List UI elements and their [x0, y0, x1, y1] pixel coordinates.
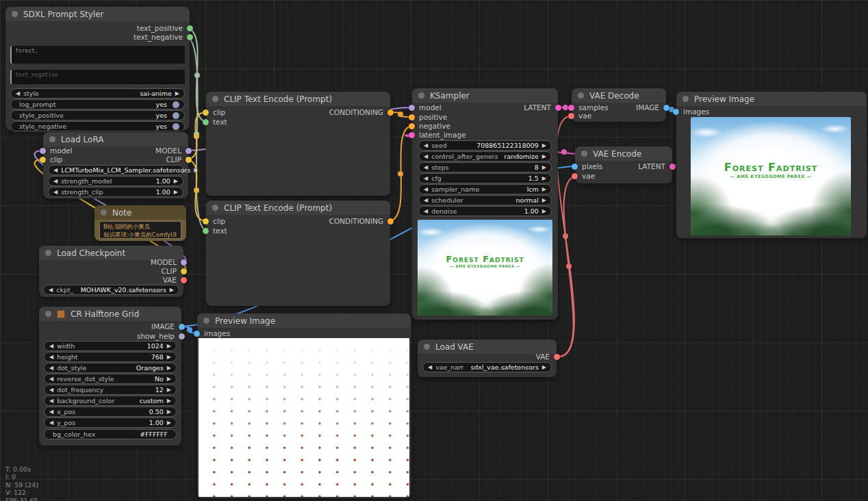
input-positive[interactable]: positive	[409, 112, 447, 122]
port-dot[interactable]	[203, 218, 209, 224]
arrow-left-icon[interactable]: ◀	[424, 209, 428, 214]
output-image[interactable]: IMAGE	[151, 322, 185, 331]
collapse-dot[interactable]	[212, 205, 218, 211]
arrow-left-icon[interactable]: ◀	[53, 168, 58, 173]
port-dot[interactable]	[179, 333, 185, 339]
widget-vae-name[interactable]: ◀ vae_name sdxl_vae.safetensors ▶	[422, 362, 552, 372]
node-title-bar[interactable]: CLIP Text Encode (Prompt)	[206, 92, 390, 106]
arrow-right-icon[interactable]: ▶	[194, 168, 198, 173]
node-title-bar[interactable]: VAE Decode	[572, 88, 666, 103]
output-vae[interactable]: VAE	[163, 275, 187, 285]
arrow-right-icon[interactable]: ▶	[542, 187, 546, 192]
node-load-checkpoint[interactable]: Load Checkpoint MODEL CLIP VAE ◀ ckpt_na…	[39, 246, 183, 297]
widget-sampler-name[interactable]: ◀ sampler_name lcm ▶	[418, 184, 552, 194]
widget-y-pos[interactable]: ◀ y_pos 1.00 ▶	[44, 418, 177, 428]
collapse-dot[interactable]	[12, 11, 18, 17]
node-preview-image-1[interactable]: Preview Image images Forest Fadtrist — A…	[676, 92, 867, 238]
widget-x-pos[interactable]: ◀ x_pos 0.50 ▶	[44, 407, 177, 417]
widget-style-negative[interactable]: style_negative yes	[10, 121, 185, 131]
widget-control-after-generate[interactable]: ◀ control_after_generate randomize ▶	[418, 151, 552, 162]
port-dot[interactable]	[409, 132, 415, 138]
node-clip-text-encode-1[interactable]: CLIP Text Encode (Prompt) clip text COND…	[206, 92, 390, 196]
arrow-left-icon[interactable]: ◀	[49, 344, 53, 349]
arrow-left-icon[interactable]: ◀	[53, 190, 58, 195]
widget-lora-name[interactable]: ◀ LCMTurboMix_LCM_Sampler.safetensors ▶	[48, 165, 183, 175]
node-title-bar[interactable]: CR Halftone Grid	[39, 307, 181, 321]
collapse-dot[interactable]	[424, 344, 430, 350]
output-latent[interactable]: LATENT	[638, 162, 676, 171]
collapse-dot[interactable]	[101, 209, 107, 216]
arrow-left-icon[interactable]: ◀	[49, 365, 53, 371]
node-title-bar[interactable]: CLIP Text Encode (Prompt)	[206, 201, 390, 215]
output-show-help[interactable]: show_help	[137, 331, 185, 341]
output-model[interactable]: MODEL	[151, 257, 187, 267]
collapse-dot[interactable]	[49, 136, 55, 142]
arrow-right-icon[interactable]: ▶	[167, 355, 171, 360]
output-conditioning[interactable]: CONDITIONING	[329, 107, 394, 117]
node-vae-decode[interactable]: VAE Decode samples vae IMAGE	[572, 88, 666, 122]
widget-bg-color-hex[interactable]: bg_color_hex #FFFFFF	[44, 429, 177, 439]
node-title-bar[interactable]: KSampler	[412, 88, 558, 103]
input-clip[interactable]: clip	[40, 155, 62, 164]
arrow-left-icon[interactable]: ◀	[49, 398, 53, 404]
port-dot[interactable]	[179, 324, 185, 330]
input-negative[interactable]: negative	[409, 121, 450, 131]
arrow-left-icon[interactable]: ◀	[49, 287, 53, 293]
port-dot[interactable]	[387, 110, 394, 116]
port-dot[interactable]	[554, 354, 560, 360]
input-text[interactable]: text	[203, 117, 227, 127]
widget-style-positive[interactable]: style_positive yes	[10, 110, 185, 120]
input-clip[interactable]: clip	[203, 107, 225, 117]
node-title-bar[interactable]: Load LoRA	[43, 132, 188, 146]
arrow-left-icon[interactable]: ◀	[428, 365, 432, 370]
arrow-left-icon[interactable]: ◀	[53, 179, 58, 184]
input-latent-image[interactable]: latent_image	[409, 130, 466, 140]
note-textarea[interactable]: B站:聪明的小黄瓜 知识星球:小黄瓜的ComfyUI	[99, 221, 181, 239]
port-dot[interactable]	[572, 173, 578, 179]
port-dot[interactable]	[568, 105, 574, 111]
widget-reverse-dot-style[interactable]: ◀ reverse_dot_style No ▶	[44, 374, 177, 384]
widget-log-prompt[interactable]: log_prompt yes	[10, 99, 185, 110]
arrow-right-icon[interactable]: ▶	[167, 398, 171, 404]
port-dot[interactable]	[40, 157, 46, 163]
port-dot[interactable]	[409, 105, 415, 111]
port-dot[interactable]	[40, 148, 46, 154]
port-dot[interactable]	[186, 157, 192, 163]
port-dot[interactable]	[669, 164, 676, 170]
arrow-left-icon[interactable]: ◀	[424, 198, 428, 203]
arrow-left-icon[interactable]: ◀	[49, 376, 53, 382]
arrow-left-icon[interactable]: ◀	[424, 187, 428, 192]
arrow-right-icon[interactable]: ▶	[542, 198, 546, 203]
port-dot[interactable]	[568, 113, 574, 119]
input-pixels[interactable]: pixels	[572, 162, 602, 171]
arrow-left-icon[interactable]: ◀	[16, 91, 20, 97]
widget-ckpt-name[interactable]: ◀ ckpt_name MOHAWK_v20.safetensors ▶	[43, 285, 179, 295]
widget-width[interactable]: ◀ width 1024 ▶	[44, 341, 177, 351]
output-conditioning[interactable]: CONDITIONING	[329, 216, 394, 226]
node-vae-encode[interactable]: VAE Encode pixels vae LATENT	[575, 146, 672, 183]
arrow-right-icon[interactable]: ▶	[167, 344, 171, 349]
arrow-right-icon[interactable]: ▶	[167, 409, 171, 415]
arrow-right-icon[interactable]: ▶	[174, 190, 178, 195]
toggle-icon[interactable]	[173, 112, 179, 119]
output-text-positive[interactable]: text_positive	[137, 23, 193, 33]
arrow-right-icon[interactable]: ▶	[167, 376, 171, 382]
input-images[interactable]: images	[194, 329, 230, 338]
input-model[interactable]: model	[40, 146, 73, 155]
port-dot[interactable]	[387, 218, 394, 224]
arrow-right-icon[interactable]: ▶	[167, 420, 171, 426]
arrow-right-icon[interactable]: ▶	[542, 176, 546, 181]
port-dot[interactable]	[663, 105, 669, 111]
port-dot[interactable]	[203, 119, 209, 125]
toggle-icon[interactable]	[173, 123, 179, 130]
widget-dot-style[interactable]: ◀ dot_style Oranges ▶	[44, 363, 177, 373]
widget-seed[interactable]: ◀ seed 708865122318009 ▶	[418, 140, 552, 151]
node-load-lora[interactable]: Load LoRA model clip MODEL CLIP ◀ LCMTur…	[43, 132, 188, 198]
text-positive-textarea[interactable]: forest,	[10, 46, 185, 64]
widget-dot-frequency[interactable]: ◀ dot_frequency 12 ▶	[44, 385, 177, 395]
arrow-left-icon[interactable]: ◀	[49, 420, 53, 426]
port-dot[interactable]	[409, 123, 415, 129]
arrow-right-icon[interactable]: ▶	[542, 154, 546, 159]
port-dot[interactable]	[555, 105, 561, 111]
node-preview-image-2[interactable]: Preview Image images	[197, 313, 411, 498]
